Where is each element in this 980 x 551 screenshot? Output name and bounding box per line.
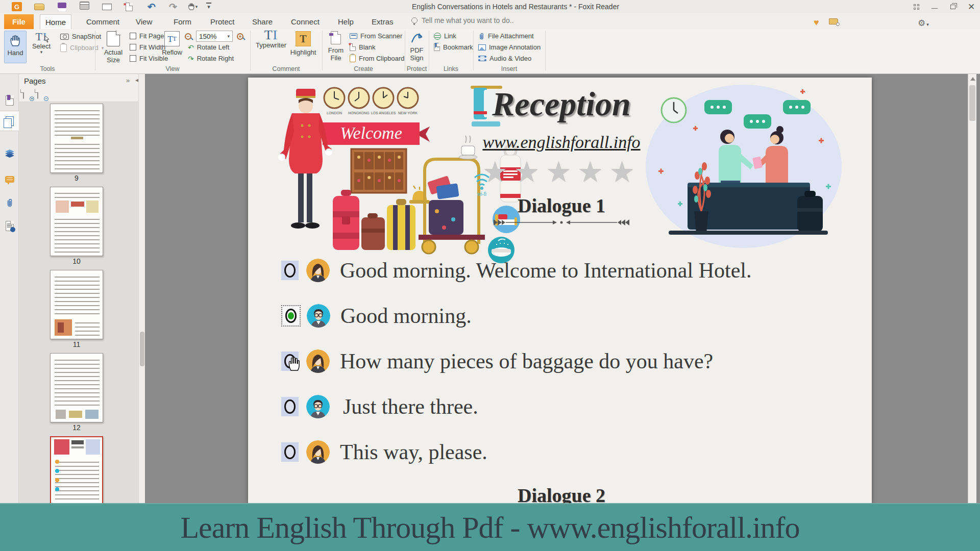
link-button[interactable]: Link: [434, 31, 456, 41]
ribbon-separator: [545, 31, 546, 70]
highlight-button[interactable]: T Highlight: [289, 31, 317, 56]
tab-form[interactable]: Form: [166, 14, 199, 29]
save-icon[interactable]: [55, 2, 68, 12]
group-label-view: View: [95, 65, 250, 72]
tell-me-search[interactable]: Tell me what you want to do..: [411, 16, 514, 24]
layers-panel-icon[interactable]: [0, 143, 19, 164]
tab-file[interactable]: File: [4, 14, 34, 29]
from-scanner-button[interactable]: From Scanner: [350, 31, 402, 41]
bookmark-button[interactable]: Bookmark: [434, 42, 473, 52]
redo-icon[interactable]: ↷: [166, 2, 180, 12]
page-thumbnails-panel-icon[interactable]: [0, 111, 19, 131]
email-icon[interactable]: [100, 2, 113, 12]
service-bell: [409, 186, 430, 204]
restore-button[interactable]: [946, 2, 960, 11]
thumbnail-page-9[interactable]: [50, 104, 103, 173]
rotate-left-button[interactable]: ↶Rotate Left: [188, 42, 229, 52]
page-header: Reception www.englishforall.info ★★★★★ D…: [449, 78, 674, 229]
dialogue-text: Just there three.: [343, 394, 478, 419]
reflow-icon: TT: [164, 31, 180, 46]
print-icon[interactable]: [78, 2, 91, 12]
customize-quick-access-icon[interactable]: ▾: [202, 2, 215, 12]
minimize-button[interactable]: [928, 2, 941, 11]
window-title: English Conversations in Hotels and Rest…: [286, 3, 745, 11]
male-avatar-icon: [306, 395, 330, 418]
pdf-sign-button[interactable]: PDF Sign: [406, 31, 428, 62]
select-tool-button[interactable]: TI Select ▾: [29, 31, 54, 70]
female-avatar-icon: [306, 440, 330, 464]
blank-button[interactable]: *Blank: [350, 42, 376, 52]
thumbnail-page-12[interactable]: [50, 353, 103, 422]
tab-comment[interactable]: Comment: [79, 14, 127, 29]
new-document-icon[interactable]: *: [122, 2, 136, 12]
document-scrollbar[interactable]: [968, 74, 976, 504]
bookmarks-panel-icon[interactable]: [0, 90, 19, 111]
document-scrollbar-thumb[interactable]: [969, 85, 975, 121]
favorites-heart-icon[interactable]: ♥: [814, 17, 819, 28]
attachments-panel-icon[interactable]: [0, 192, 19, 213]
title-bar: G * ↶ ↷ ▾ ▾ English Conversations in Hot…: [0, 0, 980, 13]
clipboard-paste-icon: [350, 55, 356, 62]
dialogue-row: Good morning. Welcome to International H…: [281, 258, 752, 283]
enlarge-thumbnails-icon[interactable]: +: [23, 90, 33, 100]
tab-connect[interactable]: Connect: [284, 14, 327, 29]
undo-icon[interactable]: ↶: [145, 2, 158, 12]
hand-tool-button[interactable]: Hand: [4, 31, 27, 63]
reflow-button[interactable]: TT Reflow: [160, 31, 184, 56]
thumbnail-page-10[interactable]: [50, 187, 103, 256]
link-globe-icon: [434, 33, 441, 40]
tab-extras[interactable]: Extras: [364, 14, 401, 29]
apps-grid-icon[interactable]: [910, 2, 923, 11]
tab-home[interactable]: Home: [40, 14, 71, 29]
from-clipboard-button[interactable]: From Clipboard: [350, 54, 405, 63]
typewriter-button[interactable]: TI Typewriter: [255, 31, 287, 49]
audio-video-button[interactable]: Audio & Video: [478, 54, 531, 63]
svg-text:HONGKONG: HONGKONG: [348, 111, 370, 115]
panel-scrollbar[interactable]: [138, 74, 145, 504]
answer-radio[interactable]: [281, 442, 299, 462]
zoom-level-select[interactable]: 150%▾: [196, 31, 233, 42]
expand-panel-icon[interactable]: »: [126, 77, 130, 84]
comments-panel-icon[interactable]: [0, 169, 19, 189]
close-button[interactable]: ✕: [965, 2, 978, 11]
website-link[interactable]: www.englishforall.info: [449, 133, 674, 152]
group-label-insert: Insert: [473, 65, 545, 72]
fit-page-button[interactable]: Fit Page: [130, 31, 164, 41]
hand-tool-quick-icon[interactable]: ▾: [186, 2, 199, 12]
answer-radio[interactable]: [281, 261, 299, 280]
answer-radio[interactable]: [281, 397, 299, 416]
rotate-right-button[interactable]: ↷Rotate Right: [188, 54, 234, 63]
reduce-thumbnails-icon[interactable]: −: [37, 90, 47, 100]
dialogue-row: This way, please.: [281, 440, 487, 464]
female-avatar-icon: [306, 259, 330, 282]
tab-protect[interactable]: Protect: [203, 14, 242, 29]
panel-scrollbar-thumb[interactable]: [140, 332, 144, 366]
signatures-panel-icon[interactable]: [0, 216, 19, 236]
thumbnail-current-page[interactable]: [50, 436, 103, 506]
image-icon: [478, 44, 486, 51]
thumbnail-page-11[interactable]: [50, 270, 103, 339]
foxit-logo-icon[interactable]: G: [10, 2, 23, 12]
pages-panel-header: Pages » ◀: [19, 74, 144, 88]
page-number-label: 11: [50, 340, 103, 348]
tab-help[interactable]: Help: [331, 14, 361, 29]
zoom-out-icon[interactable]: −: [185, 33, 191, 40]
dialogue-text: Good morning. Welcome to International H…: [340, 258, 752, 283]
tab-view[interactable]: View: [129, 14, 159, 29]
scroll-up-icon[interactable]: [970, 77, 975, 81]
document-area: LONDON HONGKONG LOS ANGELES NEW YORK Wel…: [145, 74, 968, 504]
search-folder-icon[interactable]: [829, 18, 838, 24]
answer-radio-selected[interactable]: [281, 305, 301, 327]
actual-size-button[interactable]: Actual Size: [100, 31, 127, 64]
settings-gear-icon[interactable]: ⚙▾: [918, 18, 929, 29]
zoom-in-icon[interactable]: +: [237, 33, 243, 40]
promo-banner: Learn English Through Pdf - www.englishf…: [0, 503, 980, 551]
page-number-label: 9: [50, 174, 103, 182]
file-attachment-button[interactable]: File Attachment: [478, 31, 534, 41]
open-file-icon[interactable]: [33, 2, 46, 12]
image-annotation-button[interactable]: Image Annotation: [478, 42, 541, 52]
bellhop-figure: [278, 89, 332, 229]
svg-text:NEW YORK: NEW YORK: [398, 111, 418, 115]
tab-share[interactable]: Share: [245, 14, 280, 29]
from-file-button[interactable]: From File: [325, 31, 347, 62]
